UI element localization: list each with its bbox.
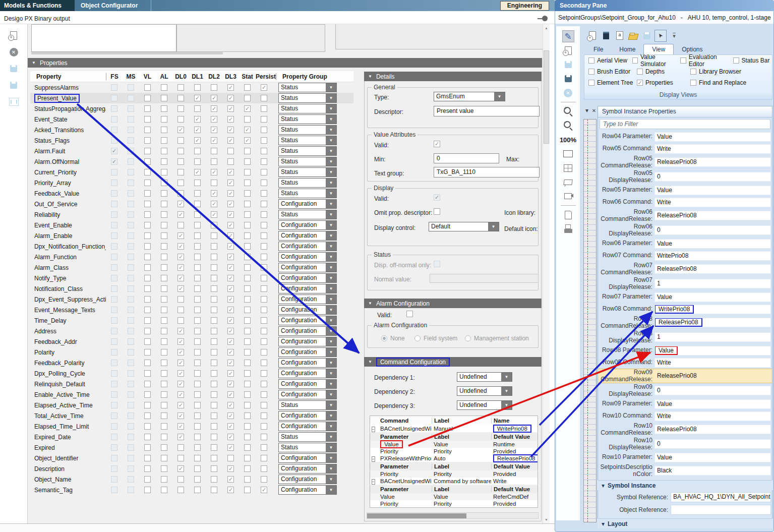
table-row[interactable]: Elapsed_Time_LimitConfiguration▼ bbox=[30, 421, 353, 432]
parameter-row[interactable]: ValueValueReferCmdDef bbox=[370, 493, 538, 500]
checkbox-stat[interactable] bbox=[244, 211, 251, 218]
checkbox-persist[interactable] bbox=[261, 317, 267, 324]
checkbox-al[interactable] bbox=[161, 434, 167, 440]
chevron-down-icon[interactable]: ▼ bbox=[326, 411, 336, 420]
checkbox-dl1[interactable] bbox=[194, 423, 201, 430]
checkbox-al[interactable] bbox=[161, 476, 167, 483]
property-group-dropdown[interactable]: Configuration▼ bbox=[278, 464, 337, 474]
view-toggle-evaluation-editor[interactable]: Evaluation Editor bbox=[680, 53, 733, 68]
save-icon[interactable] bbox=[562, 58, 574, 71]
checkbox-dl3[interactable] bbox=[227, 317, 234, 324]
property-value-field[interactable]: Black bbox=[654, 466, 771, 476]
close-circle-icon[interactable] bbox=[8, 46, 20, 58]
table-row[interactable]: Semantic_TagConfiguration▼ bbox=[30, 485, 353, 495]
properties-section-bar[interactable]: ▼ Properties bbox=[28, 58, 542, 68]
checkbox-al[interactable] bbox=[161, 465, 167, 472]
checkbox-al[interactable] bbox=[161, 201, 167, 207]
property-group-dropdown[interactable]: Configuration▼ bbox=[278, 475, 337, 484]
checkbox-vl[interactable] bbox=[144, 412, 151, 419]
chevron-down-icon[interactable]: ▼ bbox=[326, 189, 336, 198]
checkbox-stat[interactable] bbox=[244, 412, 251, 419]
property-group-dropdown[interactable]: Status▼ bbox=[278, 125, 337, 135]
checkbox-dl3[interactable] bbox=[227, 105, 234, 112]
checkbox-persist[interactable] bbox=[261, 455, 267, 461]
table-row[interactable]: Event_Message_TextsConfiguration▼ bbox=[30, 305, 353, 315]
checkbox-al[interactable] bbox=[161, 84, 167, 91]
checkbox-dl1[interactable] bbox=[194, 338, 201, 345]
checkbox-dl2[interactable] bbox=[211, 201, 217, 207]
checkbox[interactable] bbox=[588, 80, 594, 86]
omit-descriptor-checkbox[interactable] bbox=[434, 208, 440, 215]
checkbox-dl0[interactable] bbox=[177, 211, 184, 218]
tab-options[interactable]: Options bbox=[674, 44, 710, 54]
checkbox-dl3[interactable] bbox=[227, 84, 234, 91]
chevron-down-icon[interactable]: ▼ bbox=[326, 179, 336, 187]
parameter-row[interactable]: PriorityPriorityProvided bbox=[370, 500, 538, 507]
checkbox-persist[interactable] bbox=[261, 296, 267, 303]
checkbox-al[interactable] bbox=[161, 137, 167, 144]
chevron-down-icon[interactable]: ▼ bbox=[326, 316, 336, 325]
checkbox-dl0[interactable] bbox=[177, 370, 184, 377]
checkbox-dl3[interactable] bbox=[227, 360, 234, 366]
property-value-field[interactable]: Value bbox=[654, 239, 771, 249]
checkbox-dl2[interactable] bbox=[211, 264, 217, 271]
checkbox-stat[interactable] bbox=[244, 465, 251, 472]
checkbox-vl[interactable] bbox=[144, 158, 151, 165]
table-row[interactable]: Notification_ClassConfiguration▼ bbox=[30, 283, 353, 294]
property-group-dropdown[interactable]: Status▼ bbox=[278, 400, 337, 410]
checkbox-stat[interactable] bbox=[244, 370, 251, 377]
checkbox-dl2[interactable] bbox=[211, 222, 217, 228]
checkbox-vl[interactable] bbox=[144, 391, 151, 398]
checkbox-persist[interactable] bbox=[261, 264, 267, 271]
checkbox-dl3[interactable] bbox=[227, 391, 234, 398]
checkbox-al[interactable] bbox=[161, 370, 167, 377]
view-toggle-library-browser[interactable]: Library Browser bbox=[690, 68, 749, 75]
checkbox-dl3[interactable] bbox=[227, 423, 234, 430]
view-toggle-find-and-replace[interactable]: Find and Replace bbox=[690, 79, 749, 86]
checkbox-stat[interactable] bbox=[244, 444, 251, 451]
checkbox-stat[interactable] bbox=[244, 360, 251, 366]
checkbox-stat[interactable] bbox=[244, 487, 251, 493]
view-toggle-value-simulator[interactable]: Value Simulator bbox=[632, 53, 681, 68]
property-group-dropdown[interactable]: Configuration▼ bbox=[278, 379, 337, 389]
chevron-down-icon[interactable]: ▼ bbox=[501, 373, 512, 381]
checkbox-al[interactable] bbox=[161, 116, 167, 123]
checkbox-stat[interactable] bbox=[244, 307, 251, 313]
checkbox-dl0[interactable] bbox=[177, 412, 184, 419]
checkbox-al[interactable] bbox=[161, 328, 167, 334]
checkbox-dl3[interactable] bbox=[227, 137, 234, 144]
table-row[interactable]: ReliabilityStatus▼ bbox=[30, 209, 353, 220]
checkbox-dl2[interactable] bbox=[211, 476, 217, 483]
property-value-field[interactable]: Value bbox=[654, 292, 771, 302]
checkbox-vl[interactable] bbox=[144, 127, 151, 133]
table-row[interactable]: Out_Of_ServiceConfiguration▼ bbox=[30, 199, 353, 209]
table-row[interactable]: Event_StateStatus▼ bbox=[30, 114, 353, 125]
view-toggle-depths[interactable]: Depths bbox=[637, 68, 690, 75]
save-as-icon[interactable] bbox=[8, 79, 20, 91]
checkbox-dl0[interactable] bbox=[177, 455, 184, 461]
checkbox-stat[interactable] bbox=[244, 116, 251, 123]
property-group-dropdown[interactable]: Configuration▼ bbox=[278, 326, 337, 336]
checkbox-dl2[interactable] bbox=[211, 444, 217, 451]
chevron-down-icon[interactable]: ▼ bbox=[494, 92, 505, 101]
chevron-down-icon[interactable] bbox=[584, 107, 590, 114]
checkbox-al[interactable] bbox=[161, 391, 167, 398]
checkbox-dl1[interactable] bbox=[194, 158, 201, 165]
checkbox-dl0[interactable] bbox=[177, 232, 184, 239]
text-group-field[interactable]: TxG_BA_1110 bbox=[434, 167, 540, 178]
checkbox-dl3[interactable] bbox=[227, 476, 234, 483]
chevron-down-icon[interactable]: ▼ bbox=[501, 401, 512, 409]
table-row[interactable]: Object_NameConfiguration▼ bbox=[30, 474, 353, 485]
chevron-down-icon[interactable]: ▼ bbox=[326, 295, 336, 304]
property-group-dropdown[interactable]: Configuration▼ bbox=[278, 347, 337, 357]
property-group-dropdown[interactable]: Configuration▼ bbox=[278, 358, 337, 368]
checkbox-dl3[interactable] bbox=[227, 211, 234, 218]
checkbox-persist[interactable] bbox=[261, 391, 267, 398]
checkbox-persist[interactable] bbox=[261, 381, 267, 387]
dependency-dropdown[interactable]: Undefined▼ bbox=[457, 400, 512, 410]
checkbox-stat[interactable] bbox=[244, 328, 251, 334]
list-item[interactable]: Row06 DisplayRelease:0 bbox=[598, 223, 772, 238]
chevron-down-icon[interactable]: ▼ bbox=[326, 210, 336, 219]
table-row[interactable]: Relinquish_DefaultConfiguration▼ bbox=[30, 379, 353, 389]
checkbox-dl0[interactable] bbox=[177, 444, 184, 451]
